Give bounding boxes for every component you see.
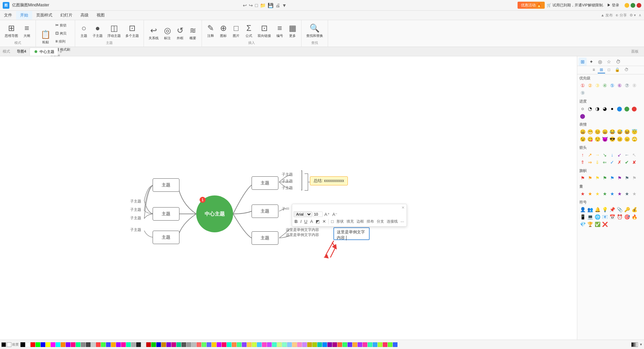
color-swatch[interactable] [358, 342, 362, 347]
sym-15[interactable]: 🎯 [624, 214, 630, 220]
color-swatch[interactable] [91, 342, 96, 347]
color-swatch[interactable] [252, 342, 257, 347]
color-swatch[interactable] [272, 342, 277, 347]
tab-center-topic[interactable]: 中心主题 [30, 48, 58, 56]
panel-tab-layout[interactable]: ⊞ [579, 58, 587, 66]
priority-icon-8[interactable]: ⑧ [631, 82, 638, 89]
color-swatch[interactable] [121, 342, 126, 347]
emotion-15[interactable]: 😑 [624, 136, 630, 142]
sym-2[interactable]: 👥 [587, 206, 593, 213]
color-swatch[interactable] [212, 342, 216, 347]
font-shrink-icon[interactable]: A⁻ [331, 212, 339, 217]
arrow-8[interactable]: ↖ [631, 152, 638, 158]
sym-10[interactable]: 💻 [587, 214, 593, 220]
flag-1[interactable]: ⚑ [579, 175, 586, 181]
color-swatch[interactable] [161, 342, 166, 347]
font-select[interactable]: Arial [293, 211, 312, 217]
icon-btn[interactable]: ⊕ 图标 [217, 22, 229, 39]
cut-btn[interactable]: ✂ 剪切 [53, 21, 72, 29]
settings-btn[interactable]: ⚙ ▾ [630, 13, 636, 17]
qty-7[interactable]: ★ [624, 190, 630, 197]
sym-19[interactable]: ✅ [594, 221, 601, 228]
arrow-5[interactable]: ↓ [609, 152, 615, 158]
canvas[interactable]: 1 中心主题 主题 主题 主题 子主题 子主题 子主题 子主题 主题 主题 主题… [0, 56, 577, 340]
sym-17[interactable]: 💎 [579, 221, 586, 228]
color-swatch[interactable] [197, 342, 201, 347]
color-swatch[interactable] [36, 342, 40, 347]
paste-btn[interactable]: 📋 粘贴 [39, 29, 53, 46]
sym-7[interactable]: 🔑 [624, 206, 630, 213]
progress-0[interactable]: ○ [579, 105, 586, 112]
bold-btn[interactable]: B [293, 219, 299, 224]
share-btn[interactable]: ⊕ 分享 [615, 13, 627, 18]
emotion-16[interactable]: 🙄 [631, 136, 638, 142]
summary-callout[interactable]: 总结: xxxxxxxxxx [310, 176, 348, 185]
flag-4[interactable]: ⚑ [601, 175, 608, 181]
arrange-btn[interactable]: ≡ 排列 [53, 38, 72, 45]
color-swatch[interactable] [86, 342, 91, 347]
color-swatch[interactable] [151, 342, 156, 347]
more-insert-btn[interactable]: ▦ 更多 [286, 22, 299, 39]
branch-icon[interactable]: 分支 [376, 219, 385, 224]
arrow-6[interactable]: ↙ [616, 152, 623, 158]
color-swatch[interactable] [257, 342, 262, 347]
progress-7[interactable]: ⬤ [631, 105, 638, 112]
progress-4[interactable]: ● [609, 105, 615, 112]
color-swatch[interactable] [363, 342, 367, 347]
panel-tab-star[interactable]: ☆ [605, 58, 613, 66]
sym-18[interactable]: 🏆 [587, 221, 593, 228]
sym-1[interactable]: 👤 [579, 206, 586, 213]
formula-btn[interactable]: Σ 公式 [243, 22, 255, 39]
progress-2[interactable]: ◑ [594, 105, 601, 112]
arrow-7[interactable]: ← [624, 152, 630, 158]
background-color[interactable] [7, 342, 11, 347]
color-swatch[interactable] [282, 342, 287, 347]
emotion-1[interactable]: 😀 [579, 128, 586, 135]
color-swatch[interactable] [25, 342, 30, 347]
fill-icon[interactable]: 填充 [345, 219, 355, 224]
emotion-2[interactable]: 😁 [587, 128, 593, 135]
color-swatch[interactable] [322, 342, 327, 347]
emotion-13[interactable]: 😎 [609, 136, 615, 142]
emotion-12[interactable]: 😈 [601, 136, 608, 142]
qty-2[interactable]: ★ [587, 190, 593, 197]
sym-8[interactable]: 💰 [631, 206, 638, 213]
color-swatch[interactable] [106, 342, 111, 347]
tab-diagram4[interactable]: 导图4 [13, 48, 30, 55]
maximize-button[interactable] [631, 3, 635, 8]
color-swatch[interactable] [116, 342, 121, 347]
color-swatch[interactable] [51, 342, 55, 347]
arrow-12[interactable]: ⇐ [601, 159, 608, 166]
subtab-grid[interactable]: ⊞ [598, 67, 605, 73]
color-swatch[interactable] [227, 342, 231, 347]
new-icon[interactable]: □ [255, 3, 258, 8]
sym-6[interactable]: 📎 [616, 206, 623, 213]
color-swatch[interactable] [307, 342, 312, 347]
arrow-3[interactable]: → [594, 152, 601, 158]
color-swatch[interactable] [166, 342, 171, 347]
italic-btn[interactable]: I [299, 219, 303, 224]
color-swatch[interactable] [56, 342, 60, 347]
right-main-node-1[interactable]: 主题 [252, 176, 278, 190]
sym-9[interactable]: 📱 [579, 214, 586, 220]
color-swatch[interactable] [232, 342, 236, 347]
sym-16[interactable]: 🔥 [631, 214, 638, 220]
color-swatch[interactable] [327, 342, 332, 347]
arrow-13[interactable]: ✓ [609, 159, 615, 166]
color-swatch[interactable] [46, 342, 50, 347]
float-topic-btn[interactable]: ◫ 浮动主题 [105, 22, 123, 39]
left-main-node-1[interactable]: 主题 [153, 178, 179, 192]
emotion-7[interactable]: 😆 [624, 128, 630, 135]
color-swatch[interactable] [61, 342, 65, 347]
subtab-box[interactable]: □ [606, 67, 612, 73]
qty-8[interactable]: ★ [631, 190, 638, 197]
color-swatch[interactable] [277, 342, 282, 347]
progress-3[interactable]: ◕ [601, 105, 608, 112]
color-swatch[interactable] [81, 342, 86, 347]
color-swatch[interactable] [101, 342, 106, 347]
color-swatch[interactable] [207, 342, 211, 347]
font-size-input[interactable] [313, 212, 323, 217]
priority-icon-2[interactable]: ② [587, 82, 593, 89]
redo-icon[interactable]: ↪ [249, 3, 253, 8]
left-main-node-2[interactable]: 主题 [153, 207, 179, 221]
